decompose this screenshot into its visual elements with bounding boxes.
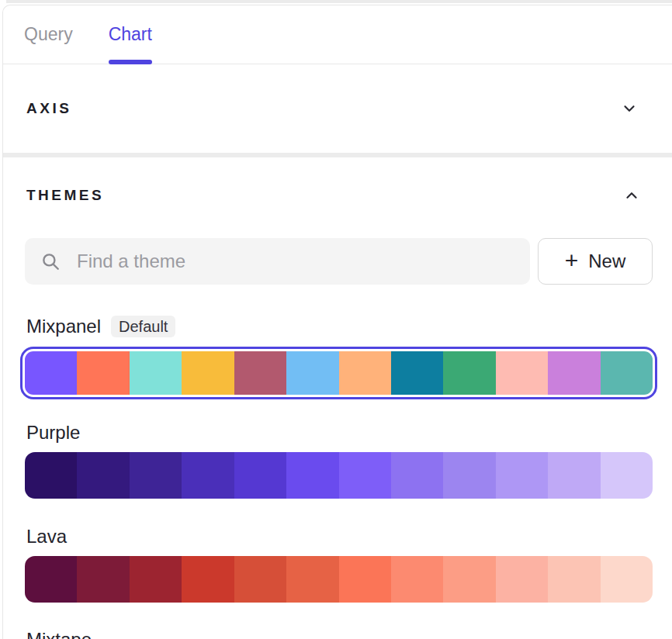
theme-item-lava: Lava <box>25 527 653 603</box>
color-swatch <box>548 351 600 395</box>
themes-section-title: THEMES <box>26 187 104 204</box>
tab-chart-label: Chart <box>109 24 152 45</box>
color-swatch <box>25 351 77 395</box>
color-swatch <box>77 452 129 499</box>
theme-label-row: MixpanelDefault <box>25 316 653 337</box>
active-tab-underline <box>109 60 152 64</box>
theme-name: Mixpanel <box>26 316 101 337</box>
color-swatch <box>339 452 391 499</box>
color-swatch <box>601 351 653 395</box>
theme-item-mixtape: Mixtape <box>25 630 653 639</box>
chevron-down-icon[interactable] <box>621 100 638 117</box>
theme-search-row: Find a theme + New <box>25 238 653 285</box>
color-swatch <box>234 556 286 603</box>
theme-name: Mixtape <box>26 630 92 639</box>
axis-section-header[interactable]: AXIS <box>3 64 672 153</box>
new-theme-button[interactable]: + New <box>538 238 653 285</box>
color-swatch <box>25 452 77 499</box>
color-swatch <box>339 556 391 603</box>
color-swatch <box>601 452 653 499</box>
color-swatch <box>391 351 443 395</box>
color-swatch <box>286 452 338 499</box>
color-swatch <box>130 351 182 395</box>
color-swatch <box>130 556 182 603</box>
default-badge: Default <box>111 316 175 337</box>
color-swatch <box>496 556 548 603</box>
color-swatch <box>234 452 286 499</box>
color-swatch <box>339 351 391 395</box>
new-theme-button-label: New <box>588 250 625 272</box>
color-swatch <box>182 351 234 395</box>
color-swatch <box>77 556 129 603</box>
color-swatch <box>182 452 234 499</box>
chart-settings-panel: Query Chart AXIS THEMES <box>0 0 672 639</box>
theme-label-row: Lava <box>25 527 653 547</box>
color-swatch <box>548 556 600 603</box>
tab-query[interactable]: Query <box>24 5 73 64</box>
theme-label-row: Purple <box>25 423 653 443</box>
color-swatch <box>443 351 495 395</box>
theme-name: Purple <box>26 423 80 443</box>
theme-swatch-row[interactable] <box>25 556 653 603</box>
color-swatch <box>391 452 443 499</box>
tab-chart[interactable]: Chart <box>109 5 152 64</box>
plus-icon: + <box>565 249 579 272</box>
color-swatch <box>548 452 600 499</box>
color-swatch <box>286 351 338 395</box>
axis-section-title: AXIS <box>26 100 71 117</box>
color-swatch <box>496 452 548 499</box>
panel: Query Chart AXIS THEMES <box>2 5 672 639</box>
theme-swatch-row[interactable] <box>25 452 653 499</box>
theme-list: MixpanelDefaultPurpleLavaMixtape <box>25 316 653 639</box>
color-swatch <box>443 556 495 603</box>
search-placeholder: Find a theme <box>77 250 185 272</box>
theme-name: Lava <box>26 527 67 547</box>
selected-theme-ring[interactable] <box>20 347 657 399</box>
tab-bar: Query Chart <box>3 5 672 64</box>
search-icon <box>40 251 61 271</box>
theme-swatch-row[interactable] <box>25 351 653 395</box>
color-swatch <box>130 452 182 499</box>
color-swatch <box>601 556 653 603</box>
color-swatch <box>25 556 77 603</box>
top-divider <box>6 0 672 3</box>
color-swatch <box>443 452 495 499</box>
search-input[interactable]: Find a theme <box>25 238 530 285</box>
theme-item-mixpanel: MixpanelDefault <box>25 316 653 399</box>
themes-section: THEMES Find a theme + New Mi <box>3 157 672 639</box>
color-swatch <box>391 556 443 603</box>
color-swatch <box>182 556 234 603</box>
color-swatch <box>234 351 286 395</box>
chevron-up-icon[interactable] <box>623 187 640 204</box>
color-swatch <box>496 351 548 395</box>
theme-label-row: Mixtape <box>25 630 653 639</box>
color-swatch <box>77 351 129 395</box>
color-swatch <box>286 556 338 603</box>
themes-section-header[interactable]: THEMES <box>25 157 653 204</box>
theme-item-purple: Purple <box>25 423 653 499</box>
